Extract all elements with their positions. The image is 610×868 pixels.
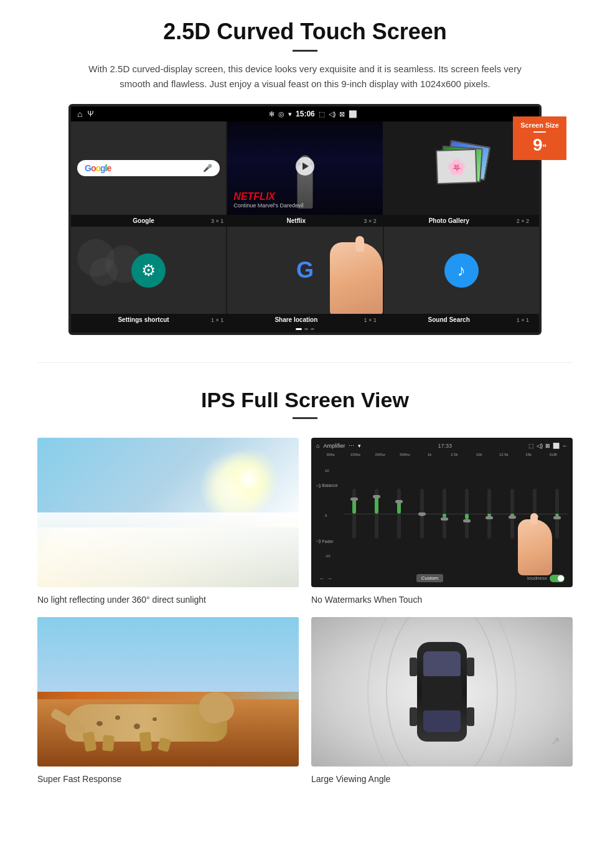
bg-circle-3: [90, 258, 118, 286]
page-dot-2: [304, 328, 308, 330]
screen-size-unit: ": [543, 143, 547, 153]
eq-handle-7: [486, 516, 493, 519]
bottom-app-grid: ⚙ G ♪: [71, 227, 539, 314]
eq-arrow-left: ←: [319, 575, 325, 582]
features-grid: No light reflecting under 360° direct su…: [37, 438, 573, 784]
google-app-cell[interactable]: Google 🎤: [71, 121, 226, 215]
eq-fill-6: [465, 514, 469, 520]
wheel-fl: [410, 658, 417, 676]
wifi-icon: ▾: [288, 110, 292, 118]
amplifier-label: Amplifier: [323, 443, 345, 449]
eq-freq-labels: 60hz 100hz 200hz 500hz 1k 2.5k 10k 12.5k…: [316, 453, 568, 456]
balance-icon: ◁): [316, 483, 321, 488]
fader-text: Fader: [322, 539, 333, 544]
car-body: [417, 642, 467, 742]
settings-size: 1 × 1: [211, 317, 223, 323]
sunlight-visual: [37, 438, 299, 587]
equalizer-caption: No Watermarks When Touch: [311, 595, 573, 605]
car-direction-arrow: ↗: [551, 734, 560, 748]
netflix-size: 3 × 2: [364, 218, 376, 224]
sunlight-caption: No light reflecting under 360° direct su…: [37, 595, 299, 605]
page-dot-1: [296, 328, 302, 330]
eq-fill-2: [375, 496, 378, 514]
eq-handle-4: [418, 512, 426, 516]
spot-3: [134, 724, 140, 729]
freq-label-8: 12.5k: [492, 453, 515, 456]
eq-handle-9: [531, 515, 538, 518]
settings-label: Settings shortcut: [76, 316, 211, 323]
wheel-rl: [410, 707, 417, 726]
google-search-bar[interactable]: Google 🎤: [77, 160, 220, 176]
feature-equalizer: ⌂ Amplifier ⋯ ▾ 17:33 ⬚ ◁) ⊠ ⬜ ←: [311, 438, 573, 605]
wheel-fr: [467, 658, 474, 676]
cheetah-caption: Super Fast Response: [37, 774, 299, 784]
eq-handle-1: [350, 498, 358, 501]
bluetooth-icon: ✻: [269, 110, 274, 118]
sound-icon: ♪: [444, 253, 479, 288]
eq-val-10: 10: [325, 469, 329, 473]
netflix-logo: NETFLIX: [233, 191, 303, 202]
play-button[interactable]: [296, 157, 314, 176]
eq-handle-5: [441, 517, 448, 521]
google-size: 3 × 1: [211, 218, 223, 224]
finger-tip: [355, 236, 364, 252]
eq-win: ⬜: [553, 443, 560, 449]
eq-val-minus10: -10: [325, 554, 331, 558]
title-divider-2: [293, 417, 317, 419]
maps-g-icon: G: [296, 257, 314, 283]
freq-label-10: SUB: [542, 453, 565, 456]
freq-label-5: 1k: [418, 453, 441, 456]
feature-cheetah: Super Fast Response: [37, 617, 299, 784]
spot-2: [115, 715, 120, 720]
section-divider: [37, 362, 573, 363]
gallery-stack: 🌸: [436, 143, 486, 193]
custom-button[interactable]: Custom: [416, 574, 444, 582]
eq-fill-1: [352, 499, 356, 514]
section1-description: With 2.5D curved-display screen, this de…: [87, 62, 523, 92]
cheetah-visual: [37, 617, 299, 767]
eq-vol: ◁): [537, 443, 543, 449]
settings-app-cell[interactable]: ⚙: [71, 227, 226, 314]
eq-cam: ⬚: [528, 443, 534, 449]
maps-size: 1 × 1: [364, 317, 376, 323]
loudness-label: loudness: [527, 575, 547, 581]
eq-handle-8: [509, 516, 516, 519]
freq-label-9: 15k: [517, 453, 540, 456]
camera-icon: ⬚: [319, 110, 325, 118]
gallery-photo-3: 🌸: [436, 149, 477, 184]
mic-icon[interactable]: 🎤: [203, 164, 212, 172]
eq-arrow-right: →: [327, 575, 332, 582]
car-windshield: [423, 651, 461, 676]
eq-close: ⊠: [545, 443, 550, 449]
feature-sunlight: No light reflecting under 360° direct su…: [37, 438, 299, 605]
wheel-rr: [467, 707, 474, 726]
hand-touch-overlay: [321, 236, 383, 314]
car-roof: [422, 676, 462, 707]
gear-icon: ⚙: [141, 261, 156, 280]
sound-app-cell[interactable]: ♪: [384, 227, 539, 314]
page-indicator: [71, 326, 539, 333]
eq-arrows: ← →: [319, 575, 332, 582]
fader-label: ◁) Fader: [316, 539, 341, 544]
settings-icon: ⚙: [131, 253, 166, 288]
device-mockup: Screen Size 9" ⌂ Ψ ✻ ◎ ▾ 15:06 ⬚ ◁): [50, 104, 560, 335]
volume-icon: ◁): [329, 110, 336, 118]
eq-main-area: ◁) Balance ◁) Fader: [316, 458, 568, 569]
balance-label: ◁) Balance: [316, 483, 341, 488]
sun-center: [218, 447, 280, 509]
badge-divider: [533, 131, 546, 133]
toggle-knob: [558, 575, 564, 582]
screen-size-badge: Screen Size 9": [513, 116, 566, 160]
netflix-app-cell[interactable]: NETFLIX Continue Marvel's Daredevil: [227, 121, 382, 215]
maps-app-cell[interactable]: G: [227, 227, 382, 314]
balance-text: Balance: [322, 483, 337, 488]
netflix-content-overlay: NETFLIX Continue Marvel's Daredevil: [233, 191, 303, 209]
eq-fill-10: [555, 514, 559, 516]
maps-icon-container: G: [296, 257, 314, 283]
time-display: 15:06: [296, 110, 315, 118]
eq-time: 17:33: [438, 443, 452, 449]
fader-icon: ◁): [316, 539, 321, 544]
hand-shape: [330, 242, 383, 314]
loudness-toggle[interactable]: [550, 575, 565, 582]
eq-dots: ⋯: [349, 443, 354, 449]
